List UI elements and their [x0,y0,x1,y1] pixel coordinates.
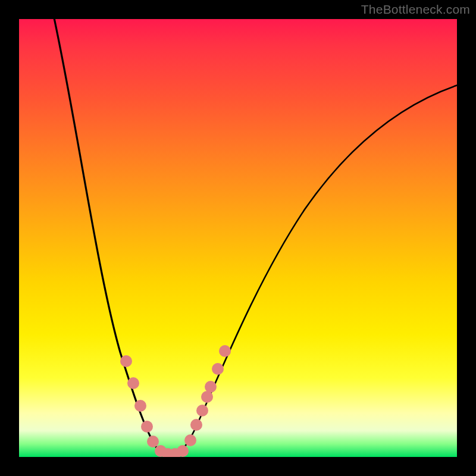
svg-point-2 [134,400,146,412]
svg-point-12 [201,391,213,403]
svg-point-11 [196,405,208,416]
markers-left [120,355,167,457]
curve-right [169,84,457,456]
markers-right [184,345,231,446]
svg-point-3 [141,421,153,433]
curve-layer [19,19,457,457]
svg-point-14 [212,363,224,375]
svg-point-10 [190,419,202,431]
markers-valley [162,445,189,457]
svg-point-0 [120,355,132,367]
svg-point-13 [205,381,217,393]
svg-point-4 [147,436,159,447]
curve-left [52,19,169,456]
svg-point-9 [184,434,196,446]
watermark-text: TheBottleneck.com [361,2,470,17]
plot-area [19,19,457,457]
svg-point-8 [177,445,189,457]
svg-point-15 [219,345,231,357]
chart-frame: TheBottleneck.com [0,0,476,476]
svg-point-1 [127,377,139,389]
